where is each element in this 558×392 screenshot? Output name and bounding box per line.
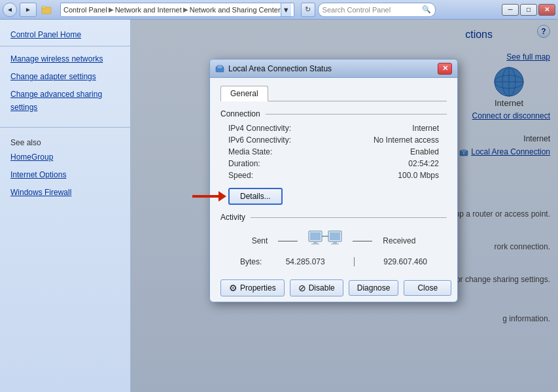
- minimize-button[interactable]: ─: [502, 4, 519, 16]
- disable-icon: ⊘: [298, 283, 306, 293]
- ipv6-label: IPv6 Connectivity:: [228, 135, 291, 145]
- breadcrumb-part-3: Network and Sharing Center: [190, 6, 281, 14]
- tab-bar: General: [220, 86, 447, 101]
- close-dialog-button[interactable]: Close: [404, 280, 451, 296]
- arrow-head: [218, 191, 226, 202]
- properties-icon: ⚙: [229, 283, 237, 293]
- breadcrumb-part-1: Control Panel: [63, 6, 107, 14]
- ipv4-row: IPv4 Connectivity: Internet: [220, 122, 447, 134]
- properties-button[interactable]: ⚙ Properties: [220, 279, 285, 296]
- back-button[interactable]: ◄: [3, 3, 17, 17]
- see-also-label: See also: [0, 133, 130, 149]
- dialog-title-icon: [215, 64, 224, 73]
- breadcrumb-part-2: Network and Internet: [115, 6, 182, 14]
- sidebar-item-internet-options[interactable]: Internet Options: [0, 166, 130, 184]
- speed-value: 100.0 Mbps: [398, 171, 439, 180]
- sent-label: Sent: [252, 236, 268, 245]
- svg-rect-19: [331, 243, 339, 245]
- disable-button[interactable]: ⊘ Disable: [290, 279, 343, 296]
- forward-button[interactable]: ►: [20, 3, 37, 17]
- svg-rect-18: [333, 241, 337, 243]
- speed-label: Speed:: [228, 171, 253, 180]
- tab-general[interactable]: General: [220, 86, 268, 101]
- speed-row: Speed: 100.0 Mbps: [220, 169, 447, 181]
- ipv6-value: No Internet access: [374, 135, 439, 145]
- bytes-divider: [354, 257, 355, 266]
- window-controls: ─ □ ✕: [502, 4, 555, 16]
- arrow-shaft: [192, 195, 218, 198]
- ipv4-value: Internet: [412, 124, 439, 133]
- bytes-received-value: 929.607.460: [383, 257, 427, 266]
- received-label: Received: [383, 236, 415, 245]
- sidebar-item-adapter[interactable]: Change adapter settings: [0, 68, 130, 86]
- computers-icon: [308, 227, 342, 255]
- breadcrumb: Control Panel ▶ Network and Internet ▶ N…: [63, 6, 281, 14]
- svg-rect-17: [330, 232, 340, 240]
- dialog-close-footer: Close: [404, 280, 451, 296]
- svg-rect-15: [311, 243, 319, 245]
- sidebar-item-sharing[interactable]: Change advanced sharing settings: [0, 86, 130, 116]
- details-container: Details...: [228, 188, 439, 205]
- content-area: ? ctions See full map Internet Connect o…: [131, 20, 558, 392]
- search-icon: 🔍: [422, 5, 431, 14]
- ipv4-label: IPv4 Connectivity:: [228, 124, 291, 133]
- ipv6-row: IPv6 Connectivity: No Internet access: [220, 134, 447, 146]
- sidebar: Control Panel Home Manage wireless netwo…: [0, 20, 131, 392]
- maximize-button[interactable]: □: [520, 4, 537, 16]
- bytes-sent-value: 54.285.073: [286, 257, 325, 266]
- title-bar: ◄ ► Control Panel ▶ Network and Internet…: [0, 0, 558, 20]
- main-layout: Control Panel Home Manage wireless netwo…: [0, 20, 558, 392]
- duration-label: Duration:: [228, 159, 260, 168]
- sidebar-see-also: See also HomeGroup Internet Options Wind…: [0, 127, 130, 202]
- dialog-title-left: Local Area Connection Status: [215, 64, 332, 73]
- title-bar-left: ◄ ► Control Panel ▶ Network and Internet…: [3, 3, 436, 17]
- sidebar-item-wireless[interactable]: Manage wireless networks: [0, 50, 130, 68]
- svg-rect-1: [42, 7, 46, 9]
- dialog-local-area-connection: Local Area Connection Status ✕ General C…: [209, 59, 458, 302]
- dialog-footer: ⚙ Properties ⊘ Disable Diagnose Close: [210, 274, 457, 302]
- activity-line-right: [353, 241, 372, 241]
- address-bar[interactable]: Control Panel ▶ Network and Internet ▶ N…: [60, 3, 294, 17]
- svg-rect-14: [313, 241, 317, 243]
- media-state-value: Enabled: [410, 147, 439, 156]
- dialog-close-x-button[interactable]: ✕: [438, 63, 452, 75]
- dialog-title-text: Local Area Connection Status: [228, 64, 332, 73]
- disable-label: Disable: [309, 283, 335, 293]
- duration-row: Duration: 02:54:22: [220, 158, 447, 169]
- dialog-content: General Connection IPv4 Connectivity: In…: [210, 78, 457, 274]
- bytes-label: Bytes:: [240, 257, 262, 266]
- red-arrow: [192, 191, 226, 202]
- sidebar-item-homegroup[interactable]: HomeGroup: [0, 149, 130, 166]
- connection-section-label: Connection: [220, 109, 447, 118]
- folder-icon: [41, 5, 52, 15]
- diagnose-label: Diagnose: [357, 283, 391, 293]
- address-dropdown[interactable]: ▼: [281, 3, 291, 16]
- diagnose-button[interactable]: Diagnose: [349, 280, 399, 296]
- activity-visual: Sent: [220, 227, 447, 255]
- activity-line-left: [278, 241, 298, 241]
- sidebar-item-firewall[interactable]: Windows Firewall: [0, 184, 130, 202]
- close-button[interactable]: ✕: [538, 4, 555, 16]
- media-state-row: Media State: Enabled: [220, 146, 447, 158]
- dialog-title-bar: Local Area Connection Status ✕: [210, 60, 457, 78]
- search-placeholder: Search Control Panel: [323, 6, 391, 14]
- properties-label: Properties: [240, 283, 276, 293]
- activity-section-label: Activity: [220, 213, 447, 222]
- svg-rect-11: [217, 65, 222, 69]
- activity-section: Activity Sent: [220, 213, 447, 266]
- bytes-row: Bytes: 54.285.073 929.607.460: [220, 257, 447, 266]
- search-bar[interactable]: Search Control Panel 🔍: [318, 3, 436, 17]
- sidebar-home[interactable]: Control Panel Home: [0, 26, 130, 46]
- refresh-button[interactable]: ↻: [301, 3, 315, 17]
- network-activity-icon: [308, 227, 342, 255]
- duration-value: 02:54:22: [408, 159, 439, 168]
- media-state-label: Media State:: [228, 147, 272, 156]
- svg-rect-13: [310, 232, 321, 240]
- details-button[interactable]: Details...: [228, 188, 283, 205]
